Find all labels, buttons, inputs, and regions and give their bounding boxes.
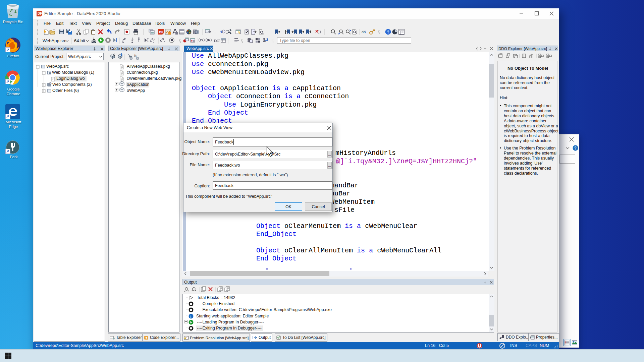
svg-text:!: ! bbox=[185, 337, 185, 339]
svg-text:DF: DF bbox=[159, 31, 163, 34]
svg-text:#: # bbox=[154, 38, 155, 41]
svg-text:DF: DF bbox=[38, 12, 42, 15]
svg-text:ab: ab bbox=[362, 30, 366, 34]
svg-text:i: i bbox=[191, 315, 192, 318]
svg-text:?: ? bbox=[387, 30, 389, 35]
svg-text:fx: fx bbox=[134, 54, 137, 57]
svg-text:?: ? bbox=[574, 146, 577, 150]
